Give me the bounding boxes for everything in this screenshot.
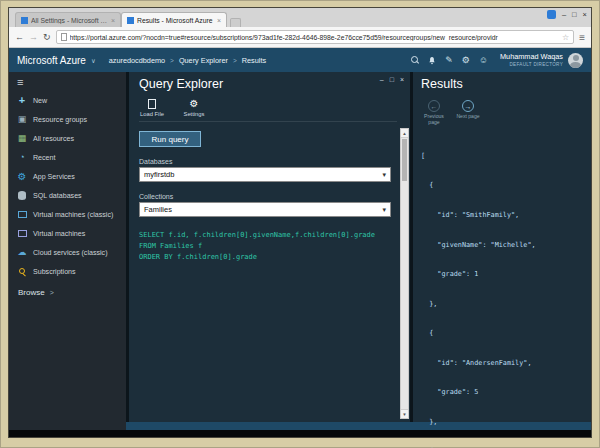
sidebar-item-new[interactable]: + New — [9, 91, 126, 110]
sidebar-item-sql-databases[interactable]: SQL databases — [9, 186, 126, 205]
window-close-icon[interactable]: × — [583, 10, 587, 19]
back-icon[interactable]: ← — [15, 33, 24, 42]
sidebar-item-label: Virtual machines — [33, 230, 85, 238]
sidebar-item-label: App Services — [33, 173, 75, 181]
breadcrumb-item[interactable]: Query Explorer — [179, 56, 228, 65]
blade-controls: – □ × — [380, 76, 404, 83]
previous-page-button[interactable]: ← Previous page — [421, 100, 447, 125]
page-icon — [61, 33, 67, 41]
blade-close-icon[interactable]: × — [400, 76, 404, 83]
json-line: }, — [421, 300, 585, 310]
database-icon-wrap — [17, 191, 27, 200]
refresh-icon[interactable]: ↻ — [43, 33, 51, 42]
user-name: Muhammad Waqas — [500, 53, 563, 61]
search-icon[interactable] — [411, 56, 419, 64]
new-tab-button[interactable] — [230, 18, 241, 27]
scroll-down-icon[interactable]: ▼ — [401, 409, 408, 418]
browse-label: Browse — [18, 288, 45, 297]
run-query-button[interactable]: Run query — [139, 131, 201, 147]
portal-main: ≡ + New ▣ Resource groups ▦ All resource… — [9, 72, 591, 430]
results-json: [ { "id": "SmithFamily", "givenName": "M… — [421, 132, 585, 448]
tab-favicon — [127, 17, 134, 24]
sidebar-item-app-services[interactable]: ⚙ App Services — [9, 167, 126, 186]
browser-window: All Settings - Microsoft Az × Results - … — [8, 7, 592, 438]
blade-maximize-icon[interactable]: □ — [390, 76, 394, 83]
sidebar-item-all-resources[interactable]: ▦ All resources — [9, 129, 126, 148]
app-services-icon: ⚙ — [17, 172, 27, 182]
smiley-feedback-icon[interactable]: ☺ — [479, 56, 488, 65]
database-icon — [18, 191, 26, 200]
window-maximize-icon[interactable]: □ — [572, 10, 577, 19]
breadcrumb-item[interactable]: Results — [242, 56, 266, 65]
sidebar-item-subscriptions[interactable]: Subscriptions — [9, 262, 126, 281]
json-line: "id": "AndersenFamily", — [421, 359, 585, 369]
tab-close-icon[interactable]: × — [111, 17, 115, 24]
browser-tab-all-settings[interactable]: All Settings - Microsoft Az × — [15, 12, 121, 27]
bell-icon[interactable] — [428, 56, 436, 65]
page-background: All Settings - Microsoft Az × Results - … — [0, 0, 600, 448]
blade-title: Results — [421, 77, 585, 91]
avatar[interactable] — [568, 53, 583, 68]
results-blade: Results SELECT f.id,f.children[0].givenN… — [413, 72, 591, 422]
brand-caret-icon[interactable]: ∨ — [91, 57, 96, 65]
sidebar-item-label: New — [33, 97, 47, 105]
arrow-right-icon[interactable]: → — [462, 100, 474, 112]
hamburger-icon[interactable]: ≡ — [9, 74, 126, 91]
vertical-scrollbar[interactable]: ▲ ▼ — [400, 128, 409, 419]
next-page-button[interactable]: → Next page — [455, 100, 481, 125]
breadcrumb-separator: > — [170, 57, 174, 64]
sidebar-item-resource-groups[interactable]: ▣ Resource groups — [9, 110, 126, 129]
sidebar-browse[interactable]: Browse > — [9, 288, 126, 297]
blade-minimize-icon[interactable]: – — [380, 76, 384, 83]
databases-value: myfirstdb — [144, 170, 174, 179]
databases-select[interactable]: myfirstdb ▾ — [139, 167, 391, 182]
sidebar-item-vm[interactable]: Virtual machines — [9, 224, 126, 243]
settings-label: Settings — [184, 111, 205, 117]
previous-page-label: Previous page — [421, 113, 447, 125]
load-file-label: Load File — [140, 111, 164, 117]
json-line: [ — [421, 152, 585, 162]
user-block[interactable]: Muhammad Waqas DEFAULT DIRECTORY — [500, 53, 563, 67]
gear-icon[interactable]: ⚙ — [462, 56, 470, 65]
url-text: https://portal.azure.com/?nocdn=true#res… — [70, 34, 559, 41]
workspace: – □ × Query Explorer Load File ⚙ — [126, 72, 591, 430]
sidebar-item-recent[interactable]: ◔ Recent — [9, 148, 126, 167]
collections-select[interactable]: Families ▾ — [139, 202, 391, 217]
blade-title: Query Explorer — [139, 77, 410, 91]
sidebar-item-label: Virtual machines (classic) — [33, 211, 113, 219]
url-input[interactable]: https://portal.azure.com/?nocdn=true#res… — [56, 30, 575, 44]
scrollbar-thumb[interactable] — [402, 139, 407, 181]
pencil-icon[interactable]: ✎ — [445, 56, 453, 65]
gear-icon: ⚙ — [190, 98, 199, 109]
load-file-button[interactable]: Load File — [139, 98, 165, 117]
monitor-icon — [18, 230, 27, 237]
tab-close-icon[interactable]: × — [217, 17, 221, 24]
scroll-up-icon[interactable]: ▲ — [401, 129, 408, 138]
browser-menu-icon[interactable]: ≡ — [579, 32, 585, 43]
key-icon — [18, 267, 27, 276]
breadcrumb-separator: > — [233, 57, 237, 64]
breadcrumb-item[interactable]: azuredocdbdemo — [109, 56, 165, 65]
bookmark-star-icon[interactable]: ☆ — [562, 33, 569, 42]
all-resources-icon: ▦ — [17, 134, 27, 143]
browser-tab-results[interactable]: Results - Microsoft Azure × — [121, 12, 227, 27]
sidebar-item-vm-classic[interactable]: Virtual machines (classic) — [9, 205, 126, 224]
settings-button[interactable]: ⚙ Settings — [181, 98, 207, 117]
browser-profile-icon[interactable] — [547, 10, 556, 19]
vm-icon-wrap — [17, 230, 27, 237]
next-page-label: Next page — [455, 113, 481, 119]
window-minimize-icon[interactable]: – — [562, 10, 566, 19]
resource-groups-icon: ▣ — [17, 115, 27, 124]
json-line: "id": "SmithFamily", — [421, 211, 585, 221]
sql-editor[interactable]: SELECT f.id, f.children[0].givenName,f.c… — [139, 230, 391, 263]
arrow-left-icon[interactable]: ← — [428, 100, 440, 112]
sidebar-item-cloud-services[interactable]: ☁ Cloud services (classic) — [9, 243, 126, 262]
json-line: "grade": 5 — [421, 388, 585, 398]
topbar-icons: ✎ ⚙ ☺ — [411, 56, 488, 65]
azure-brand[interactable]: Microsoft Azure — [17, 55, 86, 66]
tab-label: All Settings - Microsoft Az — [31, 17, 108, 24]
collections-value: Families — [144, 205, 172, 214]
forward-icon[interactable]: → — [29, 33, 38, 42]
json-line: }, — [421, 418, 585, 428]
query-body: Run query Databases myfirstdb ▾ Collecti… — [139, 131, 391, 263]
